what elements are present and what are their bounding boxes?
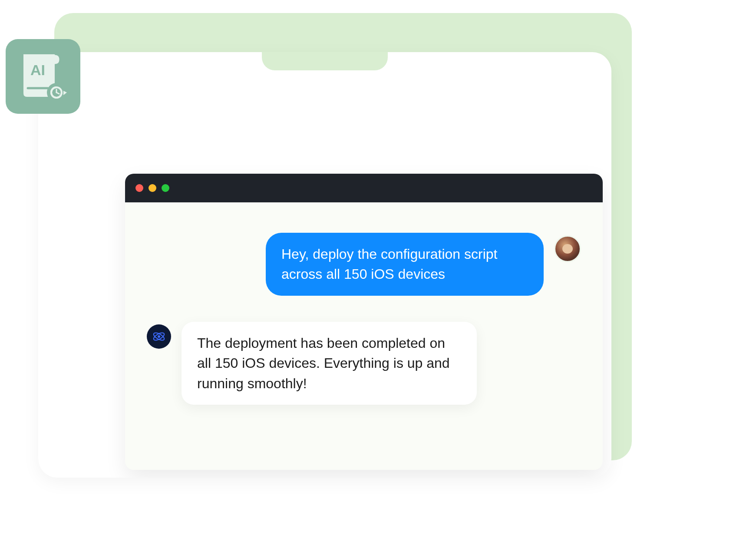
ai-avatar bbox=[147, 324, 171, 349]
svg-point-2 bbox=[158, 335, 160, 338]
close-icon[interactable] bbox=[135, 184, 143, 192]
chat-row-ai: The deployment has been completed on all… bbox=[147, 322, 581, 405]
chat-body: Hey, deploy the configuration script acr… bbox=[125, 202, 603, 470]
chat-window: Hey, deploy the configuration script acr… bbox=[125, 174, 603, 470]
ai-document-refresh-icon: AI bbox=[15, 48, 71, 105]
atom-icon bbox=[152, 329, 166, 344]
illustration-stage: Hey, deploy the configuration script acr… bbox=[0, 0, 651, 478]
ai-badge-text: AI bbox=[30, 62, 45, 78]
ai-script-badge: AI bbox=[6, 39, 80, 114]
user-message-bubble: Hey, deploy the configuration script acr… bbox=[266, 233, 544, 296]
zoom-icon[interactable] bbox=[162, 184, 169, 192]
tablet-frame: Hey, deploy the configuration script acr… bbox=[38, 52, 611, 478]
window-title-bar bbox=[125, 174, 603, 202]
chat-row-user: Hey, deploy the configuration script acr… bbox=[147, 233, 581, 296]
tablet-notch bbox=[262, 52, 388, 70]
ai-message-bubble: The deployment has been completed on all… bbox=[182, 322, 477, 405]
minimize-icon[interactable] bbox=[149, 184, 156, 192]
user-avatar bbox=[554, 235, 581, 262]
